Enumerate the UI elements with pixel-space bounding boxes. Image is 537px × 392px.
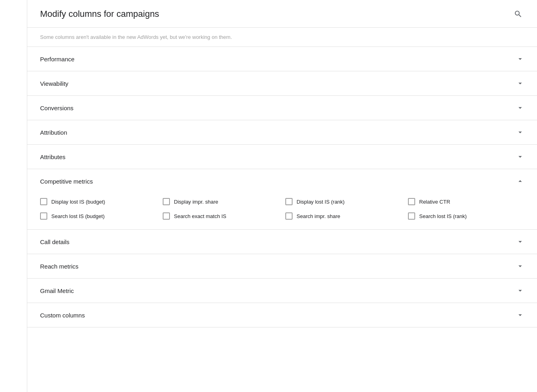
checkbox-label-display-lost-budget: Display lost IS (budget) xyxy=(51,199,105,205)
checkbox-item-search-lost-budget[interactable]: Search lost IS (budget) xyxy=(40,212,156,220)
search-icon xyxy=(514,10,523,18)
checkbox-item-display-impr-share[interactable]: Display impr. share xyxy=(163,198,279,205)
accordion-item-reach-metrics: Reach metrics xyxy=(27,254,537,279)
accordion-item-call-details: Call details xyxy=(27,230,537,254)
checkbox-label-display-lost-rank: Display lost IS (rank) xyxy=(297,199,345,205)
accordion-label-gmail-metric: Gmail Metric xyxy=(40,287,74,294)
competitive-metrics-content: Display lost IS (budget) Display impr. s… xyxy=(27,193,537,229)
checkbox-label-search-impr-share: Search impr. share xyxy=(297,213,340,219)
accordion-item-gmail-metric: Gmail Metric xyxy=(27,279,537,303)
accordion-list: Performance Viewability Conversions xyxy=(27,47,537,392)
accordion-label-attributes: Attributes xyxy=(40,154,65,160)
chevron-down-icon xyxy=(516,79,524,87)
accordion-header-viewability[interactable]: Viewability xyxy=(27,71,537,95)
checkbox-item-search-impr-share[interactable]: Search impr. share xyxy=(285,212,402,220)
chevron-down-icon xyxy=(516,262,524,270)
chevron-down-icon xyxy=(516,287,524,295)
search-button[interactable] xyxy=(512,8,524,20)
checkbox-item-search-exact-match[interactable]: Search exact match IS xyxy=(163,212,279,220)
checkbox-label-relative-ctr: Relative CTR xyxy=(419,199,450,205)
accordion-header-gmail-metric[interactable]: Gmail Metric xyxy=(27,279,537,303)
checkbox-label-search-exact-match: Search exact match IS xyxy=(174,213,226,219)
accordion-header-performance[interactable]: Performance xyxy=(27,47,537,71)
accordion-label-conversions: Conversions xyxy=(40,105,73,111)
accordion-label-competitive-metrics: Competitive metrics xyxy=(40,178,93,185)
accordion-label-performance: Performance xyxy=(40,56,75,63)
checkbox-search-lost-budget[interactable] xyxy=(40,212,47,220)
accordion-label-call-details: Call details xyxy=(40,238,69,245)
checkbox-item-display-lost-rank[interactable]: Display lost IS (rank) xyxy=(285,198,402,205)
chevron-down-icon xyxy=(516,153,524,161)
checkbox-label-search-lost-rank: Search lost IS (rank) xyxy=(419,213,467,219)
panel-header: Modify columns for campaigns xyxy=(27,0,537,28)
checkbox-display-impr-share[interactable] xyxy=(163,198,170,205)
chevron-down-icon xyxy=(516,55,524,63)
chevron-down-icon xyxy=(516,104,524,112)
accordion-label-viewability: Viewability xyxy=(40,80,69,87)
checkbox-relative-ctr[interactable] xyxy=(408,198,415,205)
checkbox-display-lost-budget[interactable] xyxy=(40,198,47,205)
accordion-header-conversions[interactable]: Conversions xyxy=(27,96,537,120)
accordion-header-attributes[interactable]: Attributes xyxy=(27,145,537,169)
accordion-item-performance: Performance xyxy=(27,47,537,71)
checkbox-grid: Display lost IS (budget) Display impr. s… xyxy=(40,198,524,220)
page-wrapper: Modify columns for campaigns Some column… xyxy=(0,0,537,392)
main-panel: Modify columns for campaigns Some column… xyxy=(27,0,537,392)
chevron-down-icon xyxy=(516,128,524,136)
accordion-label-attribution: Attribution xyxy=(40,129,67,136)
accordion-item-custom-columns: Custom columns xyxy=(27,303,537,327)
accordion-header-call-details[interactable]: Call details xyxy=(27,230,537,254)
chevron-up-icon xyxy=(516,177,524,185)
accordion-item-attribution: Attribution xyxy=(27,120,537,145)
checkbox-search-impr-share[interactable] xyxy=(285,212,293,220)
notice-text: Some columns aren't available in the new… xyxy=(40,34,524,40)
chevron-down-icon xyxy=(516,238,524,246)
checkbox-label-display-impr-share: Display impr. share xyxy=(174,199,218,205)
chevron-down-icon xyxy=(516,311,524,319)
left-sidebar xyxy=(0,0,27,392)
checkbox-label-search-lost-budget: Search lost IS (budget) xyxy=(51,213,105,219)
accordion-label-custom-columns: Custom columns xyxy=(40,312,85,319)
notice-bar: Some columns aren't available in the new… xyxy=(27,28,537,47)
checkbox-item-relative-ctr[interactable]: Relative CTR xyxy=(408,198,524,205)
checkbox-item-search-lost-rank[interactable]: Search lost IS (rank) xyxy=(408,212,524,220)
accordion-item-attributes: Attributes xyxy=(27,145,537,169)
accordion-item-competitive-metrics: Competitive metrics Display lost IS (bud… xyxy=(27,169,537,230)
accordion-header-attribution[interactable]: Attribution xyxy=(27,120,537,144)
accordion-header-custom-columns[interactable]: Custom columns xyxy=(27,303,537,327)
accordion-label-reach-metrics: Reach metrics xyxy=(40,263,79,270)
checkbox-item-display-lost-budget[interactable]: Display lost IS (budget) xyxy=(40,198,156,205)
page-title: Modify columns for campaigns xyxy=(40,9,159,19)
checkbox-display-lost-rank[interactable] xyxy=(285,198,293,205)
accordion-header-competitive-metrics[interactable]: Competitive metrics xyxy=(27,169,537,193)
checkbox-search-lost-rank[interactable] xyxy=(408,212,415,220)
accordion-item-conversions: Conversions xyxy=(27,96,537,120)
accordion-header-reach-metrics[interactable]: Reach metrics xyxy=(27,254,537,278)
accordion-item-viewability: Viewability xyxy=(27,71,537,96)
checkbox-search-exact-match[interactable] xyxy=(163,212,170,220)
